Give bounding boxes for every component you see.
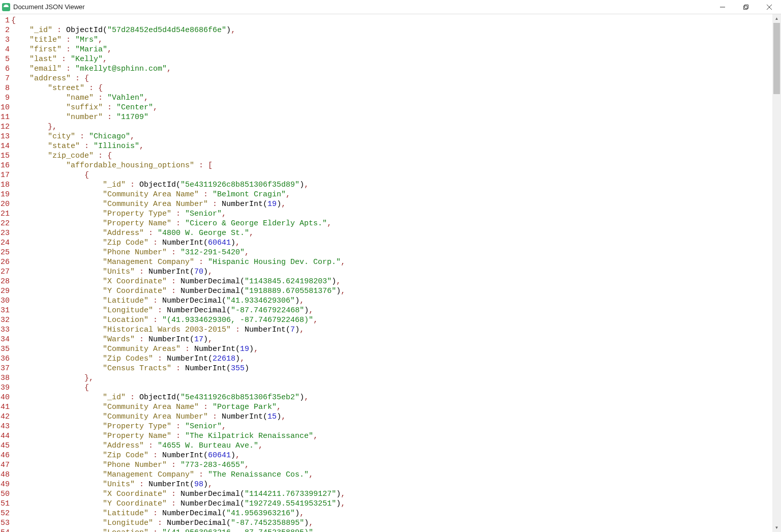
line-number: 23: [0, 228, 10, 238]
code-line[interactable]: "Units" : NumberInt(98),: [11, 480, 781, 489]
code-line[interactable]: "_id" : ObjectId("5e4311926c8b851306f35d…: [11, 180, 781, 190]
line-number: 2: [0, 25, 10, 35]
code-line[interactable]: "suffix" : "Center",: [11, 103, 781, 112]
line-number: 18: [0, 180, 10, 190]
close-button[interactable]: [758, 0, 781, 14]
code-line[interactable]: "city" : "Chicago",: [11, 132, 781, 141]
code-line[interactable]: {: [11, 383, 781, 393]
code-line[interactable]: "Y Coordinate" : NumberDecimal("1918889.…: [11, 286, 781, 296]
line-number: 24: [0, 238, 10, 248]
line-number: 14: [0, 141, 10, 151]
code-line[interactable]: "zip_code" : {: [11, 151, 781, 161]
line-number: 38: [0, 373, 10, 383]
line-number: 19: [0, 190, 10, 199]
code-line[interactable]: "Community Area Number" : NumberInt(19),: [11, 199, 781, 209]
code-line[interactable]: "Zip Code" : NumberInt(60641),: [11, 451, 781, 460]
maximize-button[interactable]: [734, 0, 758, 14]
line-number: 43: [0, 422, 10, 431]
code-line[interactable]: "Address" : "4655 W. Burteau Ave.",: [11, 441, 781, 451]
line-number: 25: [0, 248, 10, 257]
line-number: 41: [0, 402, 10, 412]
line-number: 21: [0, 209, 10, 219]
code-line[interactable]: "Address" : "4800 W. George St.",: [11, 228, 781, 238]
line-number: 45: [0, 441, 10, 451]
line-number: 48: [0, 470, 10, 480]
line-number: 7: [0, 74, 10, 83]
code-line[interactable]: "Census Tracts" : NumberInt(355): [11, 364, 781, 373]
line-number: 35: [0, 344, 10, 354]
scrollbar-thumb[interactable]: [773, 23, 780, 94]
line-number: 3: [0, 35, 10, 45]
code-line[interactable]: "Zip Codes" : NumberInt(22618),: [11, 354, 781, 364]
scroll-down-arrow[interactable]: ▼: [772, 523, 781, 532]
window-title: Document JSON Viewer: [13, 3, 85, 11]
code-line[interactable]: "Phone Number" : "773-283-4655",: [11, 460, 781, 470]
code-line[interactable]: "_id" : ObjectId("5e4311926c8b851306f35e…: [11, 393, 781, 402]
line-number: 17: [0, 170, 10, 180]
code-line[interactable]: "Property Name" : "The Kilpatrick Renais…: [11, 431, 781, 441]
vertical-scrollbar[interactable]: ▲ ▼: [772, 14, 781, 532]
line-number: 40: [0, 393, 10, 402]
line-number: 39: [0, 383, 10, 393]
code-line[interactable]: "address" : {: [11, 74, 781, 83]
code-line[interactable]: "Community Area Name" : "Belmont Cragin"…: [11, 190, 781, 199]
code-line[interactable]: "X Coordinate" : NumberDecimal("1144211.…: [11, 489, 781, 499]
titlebar: Document JSON Viewer: [0, 0, 781, 14]
minimize-button[interactable]: [711, 0, 734, 14]
line-number: 8: [0, 83, 10, 93]
code-line[interactable]: "Wards" : NumberInt(17),: [11, 335, 781, 344]
code-line[interactable]: "Community Areas" : NumberInt(19),: [11, 344, 781, 354]
code-line[interactable]: "number" : "11709": [11, 112, 781, 122]
code-line[interactable]: "email" : "mkellyt@sphinn.com",: [11, 64, 781, 74]
editor: 1234567891011121314151617181920212223242…: [0, 14, 781, 532]
code-line[interactable]: "Property Type" : "Senior",: [11, 209, 781, 219]
code-line[interactable]: "Location" : "(41.9563963216, -87.745235…: [11, 528, 781, 532]
line-number: 1: [0, 16, 10, 25]
code-line[interactable]: "Y Coordinate" : NumberDecimal("1927249.…: [11, 499, 781, 509]
code-line[interactable]: "Community Area Number" : NumberInt(15),: [11, 412, 781, 422]
code-line[interactable]: "Latitude" : NumberDecimal("41.933462930…: [11, 296, 781, 306]
line-number: 4: [0, 45, 10, 54]
code-line[interactable]: "first" : "Maria",: [11, 45, 781, 54]
line-number: 44: [0, 431, 10, 441]
line-number: 33: [0, 325, 10, 335]
line-number: 15: [0, 151, 10, 161]
code-line[interactable]: "street" : {: [11, 83, 781, 93]
code-line[interactable]: "Units" : NumberInt(70),: [11, 267, 781, 277]
line-number: 46: [0, 451, 10, 460]
code-line[interactable]: {: [11, 170, 781, 180]
code-line[interactable]: "affordable_housing_options" : [: [11, 161, 781, 170]
scroll-up-arrow[interactable]: ▲: [772, 14, 781, 23]
code-line[interactable]: "Management Company" : "Hispanic Housing…: [11, 257, 781, 267]
code-line[interactable]: "name" : "Vahlen",: [11, 93, 781, 103]
code-line[interactable]: "_id" : ObjectId("57d28452ed5d4d54e8686f…: [11, 25, 781, 35]
line-number: 53: [0, 518, 10, 528]
code-line[interactable]: "state" : "Illinois",: [11, 141, 781, 151]
line-number: 6: [0, 64, 10, 74]
code-area[interactable]: { "_id" : ObjectId("57d28452ed5d4d54e868…: [11, 14, 781, 532]
line-number: 22: [0, 219, 10, 228]
code-line[interactable]: "Longitude" : NumberDecimal("-87.7452358…: [11, 518, 781, 528]
line-number: 16: [0, 161, 10, 170]
code-line[interactable]: "title" : "Mrs",: [11, 35, 781, 45]
code-line[interactable]: "Historical Wards 2003-2015" : NumberInt…: [11, 325, 781, 335]
code-line[interactable]: "Longitude" : NumberDecimal("-87.7467922…: [11, 306, 781, 315]
code-line[interactable]: "Zip Code" : NumberInt(60641),: [11, 238, 781, 248]
code-line[interactable]: "Latitude" : NumberDecimal("41.956396321…: [11, 509, 781, 518]
code-line[interactable]: "Community Area Name" : "Portage Park",: [11, 402, 781, 412]
code-line[interactable]: {: [11, 16, 781, 25]
code-line[interactable]: "Management Company" : "The Renaissance …: [11, 470, 781, 480]
code-line[interactable]: "Location" : "(41.9334629306, -87.746792…: [11, 315, 781, 325]
code-line[interactable]: "Phone Number" : "312-291-5420",: [11, 248, 781, 257]
code-line[interactable]: },: [11, 122, 781, 132]
code-line[interactable]: "X Coordinate" : NumberDecimal("1143845.…: [11, 277, 781, 286]
line-number: 5: [0, 54, 10, 64]
code-line[interactable]: "Property Name" : "Cicero & George Elder…: [11, 219, 781, 228]
line-number: 20: [0, 199, 10, 209]
line-number: 50: [0, 489, 10, 499]
code-line[interactable]: },: [11, 373, 781, 383]
line-number: 36: [0, 354, 10, 364]
code-line[interactable]: "last" : "Kelly",: [11, 54, 781, 64]
code-line[interactable]: "Property Type" : "Senior",: [11, 422, 781, 431]
scrollbar-track[interactable]: [772, 23, 781, 523]
